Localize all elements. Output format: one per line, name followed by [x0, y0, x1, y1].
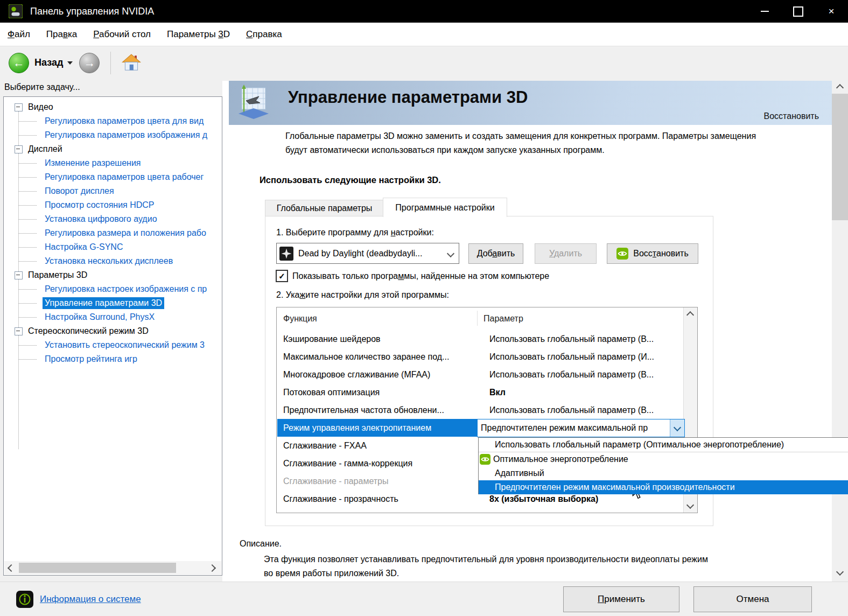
- home-icon[interactable]: [122, 54, 141, 72]
- checkbox-label: Показывать только программы, найденные н…: [292, 271, 549, 281]
- collapse-icon[interactable]: [15, 271, 23, 279]
- back-history-caret-icon[interactable]: [67, 61, 73, 65]
- tree-group-stereo-3d[interactable]: Стереоскопический режим 3D: [4, 324, 221, 338]
- close-button[interactable]: ×: [815, 0, 848, 23]
- table-row[interactable]: Потоковая оптимизацияВкл: [277, 383, 683, 401]
- forward-arrow-icon: →: [84, 57, 95, 69]
- collapse-icon[interactable]: [15, 145, 23, 153]
- menu-bar: Файл Правка Рабочий стол Параметры 3D Сп…: [0, 23, 848, 46]
- back-label: Назад: [34, 57, 63, 68]
- add-button[interactable]: Добавить: [468, 243, 523, 264]
- scroll-right-icon[interactable]: [208, 564, 216, 571]
- task-tree-panel: Видео Регулировка параметров цвета для в…: [3, 96, 222, 576]
- system-info-link[interactable]: Информация о системе: [40, 594, 141, 605]
- apply-button[interactable]: Применить: [563, 586, 679, 612]
- tree-item-desktop-color[interactable]: Регулировка параметров цвета рабочег: [4, 170, 221, 184]
- table-row[interactable]: Предпочтительная частота обновлени...Исп…: [277, 401, 683, 419]
- table-row[interactable]: Многокадровое сглаживание (MFAA)Использо…: [277, 366, 683, 383]
- tree-item-desktop-size-position[interactable]: Регулировка размера и положения рабо: [4, 226, 221, 240]
- nvidia-control-panel-window: Панель управления NVIDIA × Файл Правка Р…: [0, 0, 848, 616]
- scrollbar-thumb[interactable]: [19, 563, 176, 573]
- power-mode-combo[interactable]: Предпочтителен режим максимальной пр: [477, 419, 685, 437]
- toolbar-separator: [110, 52, 111, 74]
- dead-by-daylight-icon: [279, 247, 293, 261]
- collapse-icon[interactable]: [15, 327, 23, 335]
- menu-edit[interactable]: Правка: [38, 23, 85, 46]
- sidebar-horizontal-scrollbar[interactable]: [4, 561, 221, 575]
- intro-text: Глобальные параметры 3D можно заменить и…: [285, 129, 829, 157]
- back-arrow-icon: ←: [13, 57, 25, 69]
- tree-item-set-stereo-mode[interactable]: Установить стереоскопический режим 3: [4, 338, 221, 352]
- tab-global-settings[interactable]: Глобальные параметры: [265, 200, 384, 217]
- nvidia-eye-icon: [480, 454, 490, 465]
- close-icon: ×: [828, 5, 834, 17]
- section-heading: Использовать следующие настройки 3D.: [260, 175, 441, 185]
- tree-item-surround-physx[interactable]: Настройка Surround, PhysX: [4, 310, 221, 324]
- back-button[interactable]: ←: [9, 53, 29, 73]
- scroll-down-icon[interactable]: [836, 568, 844, 576]
- tree-item-adjust-image-preview[interactable]: Регулировка настроек изображения с пр: [4, 282, 221, 296]
- menu-3d-settings[interactable]: Параметры 3D: [159, 23, 238, 46]
- tree-item-change-resolution[interactable]: Изменение разрешения: [4, 156, 221, 170]
- tree-item-multiple-displays[interactable]: Установка нескольких дисплеев: [4, 254, 221, 268]
- manage-3d-settings-icon: [235, 85, 272, 121]
- power-mode-combo-value: Предпочтителен режим максимальной пр: [478, 423, 670, 433]
- tree-item-digital-audio[interactable]: Установка цифрового аудио: [4, 212, 221, 226]
- tree-group-display[interactable]: Дисплей: [4, 142, 221, 156]
- minimize-icon: [761, 11, 769, 12]
- maximize-button[interactable]: [781, 0, 815, 23]
- restore-button[interactable]: Восстановить: [607, 243, 698, 264]
- cancel-button[interactable]: Отмена: [693, 586, 812, 612]
- chevron-down-icon[interactable]: [443, 249, 459, 258]
- scroll-up-icon[interactable]: [836, 84, 844, 92]
- chevron-down-icon[interactable]: [670, 419, 684, 437]
- tree-item-game-ratings[interactable]: Просмотр рейтинга игр: [4, 352, 221, 366]
- step1-label: 1. Выберите программу для настройки:: [276, 228, 434, 237]
- footer-bar: Информация о системе Применить Отмена: [0, 582, 848, 616]
- scroll-up-icon[interactable]: [686, 311, 694, 319]
- dropdown-option-max-performance[interactable]: Предпочтителен режим максимальной произв…: [479, 480, 848, 494]
- table-row[interactable]: Максимальное количество заранее под...Ис…: [277, 348, 683, 366]
- dropdown-option-global[interactable]: Использовать глобальный параметр (Оптима…: [479, 438, 848, 452]
- tree-item-manage-3d-settings[interactable]: Управление параметрами 3D: [4, 296, 221, 310]
- page-title: Управление параметрами 3D: [288, 88, 528, 107]
- scrollbar-thumb[interactable]: [832, 94, 848, 220]
- show-only-installed-checkbox[interactable]: ✓ Показывать только программы, найденные…: [276, 270, 549, 282]
- tree-item-image-settings-video[interactable]: Регулировка параметров изображения д: [4, 128, 221, 142]
- system-info-icon: [16, 591, 33, 608]
- description-text: Эта функция позволяет устанавливать пред…: [264, 552, 708, 580]
- tree-item-gsync-setup[interactable]: Настройка G-SYNC: [4, 240, 221, 254]
- step2-label: 2. Укажите настройки для этой программы:: [276, 290, 449, 300]
- page-banner: Управление параметрами 3D Восстановить: [229, 81, 832, 125]
- menu-file[interactable]: Файл: [0, 23, 38, 46]
- sidebar-header: Выберите задачу...: [4, 82, 80, 92]
- checkbox-check-icon: ✓: [276, 270, 288, 282]
- menu-desktop[interactable]: Рабочий стол: [85, 23, 159, 46]
- minimize-button[interactable]: [748, 0, 781, 23]
- forward-button[interactable]: →: [79, 53, 100, 73]
- nvidia-eye-icon: [616, 248, 628, 260]
- power-mode-dropdown-list: Использовать глобальный параметр (Оптима…: [478, 437, 848, 494]
- collapse-icon[interactable]: [15, 103, 23, 111]
- column-header-function[interactable]: Функция: [283, 314, 317, 324]
- scroll-down-icon[interactable]: [686, 501, 694, 509]
- scroll-left-icon[interactable]: [8, 564, 15, 571]
- tree-group-3d-settings[interactable]: Параметры 3D: [4, 268, 221, 282]
- toolbar: ← Назад →: [0, 46, 848, 79]
- nvidia-app-icon: [9, 4, 23, 18]
- remove-button[interactable]: Удалить: [535, 243, 597, 264]
- table-row[interactable]: Кэширование шейдеровИспользовать глобаль…: [277, 330, 683, 348]
- dropdown-option-adaptive[interactable]: Адаптивный: [479, 466, 848, 480]
- program-select-combo[interactable]: Dead by Daylight (deadbydayli...: [276, 243, 459, 264]
- dropdown-option-optimal[interactable]: Оптимальное энергопотребление: [479, 452, 848, 466]
- restore-defaults-link[interactable]: Восстановить: [764, 111, 819, 121]
- main-vertical-scrollbar[interactable]: [832, 81, 848, 579]
- tree-item-hdcp-status[interactable]: Просмотр состояния HDCP: [4, 198, 221, 212]
- tree-group-video[interactable]: Видео: [4, 100, 221, 114]
- tree-item-rotate-display[interactable]: Поворот дисплея: [4, 184, 221, 198]
- tab-program-settings[interactable]: Программные настройки: [383, 198, 507, 217]
- column-header-parameter[interactable]: Параметр: [483, 314, 523, 324]
- program-combo-value: Dead by Daylight (deadbydayli...: [298, 249, 443, 258]
- menu-help[interactable]: Справка: [238, 23, 290, 46]
- tree-item-color-settings-video[interactable]: Регулировка параметров цвета для вид: [4, 114, 221, 128]
